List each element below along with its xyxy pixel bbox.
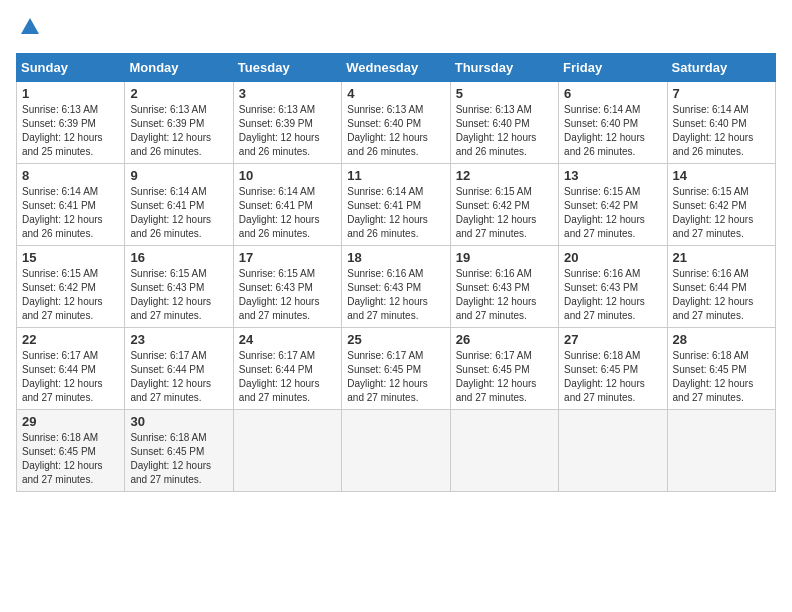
day-info: Sunrise: 6:16 AM Sunset: 6:43 PM Dayligh… xyxy=(564,267,661,323)
day-number: 7 xyxy=(673,86,770,101)
calendar-cell: 30 Sunrise: 6:18 AM Sunset: 6:45 PM Dayl… xyxy=(125,409,233,491)
day-info: Sunrise: 6:18 AM Sunset: 6:45 PM Dayligh… xyxy=(22,431,119,487)
calendar-week-1: 1 Sunrise: 6:13 AM Sunset: 6:39 PM Dayli… xyxy=(17,81,776,163)
calendar-cell: 7 Sunrise: 6:14 AM Sunset: 6:40 PM Dayli… xyxy=(667,81,775,163)
day-info: Sunrise: 6:15 AM Sunset: 6:42 PM Dayligh… xyxy=(564,185,661,241)
day-number: 1 xyxy=(22,86,119,101)
day-number: 12 xyxy=(456,168,553,183)
day-info: Sunrise: 6:14 AM Sunset: 6:41 PM Dayligh… xyxy=(239,185,336,241)
day-number: 2 xyxy=(130,86,227,101)
calendar-cell: 18 Sunrise: 6:16 AM Sunset: 6:43 PM Dayl… xyxy=(342,245,450,327)
day-number: 9 xyxy=(130,168,227,183)
calendar-cell: 6 Sunrise: 6:14 AM Sunset: 6:40 PM Dayli… xyxy=(559,81,667,163)
day-info: Sunrise: 6:15 AM Sunset: 6:42 PM Dayligh… xyxy=(673,185,770,241)
day-info: Sunrise: 6:17 AM Sunset: 6:44 PM Dayligh… xyxy=(239,349,336,405)
calendar-cell: 15 Sunrise: 6:15 AM Sunset: 6:42 PM Dayl… xyxy=(17,245,125,327)
calendar-cell: 29 Sunrise: 6:18 AM Sunset: 6:45 PM Dayl… xyxy=(17,409,125,491)
day-info: Sunrise: 6:14 AM Sunset: 6:40 PM Dayligh… xyxy=(564,103,661,159)
day-info: Sunrise: 6:17 AM Sunset: 6:45 PM Dayligh… xyxy=(456,349,553,405)
day-number: 19 xyxy=(456,250,553,265)
day-info: Sunrise: 6:14 AM Sunset: 6:40 PM Dayligh… xyxy=(673,103,770,159)
day-number: 24 xyxy=(239,332,336,347)
day-number: 14 xyxy=(673,168,770,183)
calendar-cell: 16 Sunrise: 6:15 AM Sunset: 6:43 PM Dayl… xyxy=(125,245,233,327)
day-info: Sunrise: 6:16 AM Sunset: 6:44 PM Dayligh… xyxy=(673,267,770,323)
day-number: 21 xyxy=(673,250,770,265)
svg-marker-0 xyxy=(21,18,39,34)
day-header-friday: Friday xyxy=(559,53,667,81)
calendar-cell: 22 Sunrise: 6:17 AM Sunset: 6:44 PM Dayl… xyxy=(17,327,125,409)
day-info: Sunrise: 6:15 AM Sunset: 6:42 PM Dayligh… xyxy=(22,267,119,323)
day-info: Sunrise: 6:16 AM Sunset: 6:43 PM Dayligh… xyxy=(456,267,553,323)
day-number: 18 xyxy=(347,250,444,265)
day-number: 3 xyxy=(239,86,336,101)
calendar-cell: 19 Sunrise: 6:16 AM Sunset: 6:43 PM Dayl… xyxy=(450,245,558,327)
day-info: Sunrise: 6:13 AM Sunset: 6:40 PM Dayligh… xyxy=(347,103,444,159)
day-info: Sunrise: 6:18 AM Sunset: 6:45 PM Dayligh… xyxy=(673,349,770,405)
calendar-cell: 23 Sunrise: 6:17 AM Sunset: 6:44 PM Dayl… xyxy=(125,327,233,409)
calendar-cell: 5 Sunrise: 6:13 AM Sunset: 6:40 PM Dayli… xyxy=(450,81,558,163)
calendar-header-row: SundayMondayTuesdayWednesdayThursdayFrid… xyxy=(17,53,776,81)
day-number: 13 xyxy=(564,168,661,183)
calendar-cell: 11 Sunrise: 6:14 AM Sunset: 6:41 PM Dayl… xyxy=(342,163,450,245)
day-number: 11 xyxy=(347,168,444,183)
calendar-cell xyxy=(667,409,775,491)
day-number: 29 xyxy=(22,414,119,429)
calendar-week-4: 22 Sunrise: 6:17 AM Sunset: 6:44 PM Dayl… xyxy=(17,327,776,409)
day-number: 10 xyxy=(239,168,336,183)
calendar-week-2: 8 Sunrise: 6:14 AM Sunset: 6:41 PM Dayli… xyxy=(17,163,776,245)
day-header-saturday: Saturday xyxy=(667,53,775,81)
calendar-cell: 8 Sunrise: 6:14 AM Sunset: 6:41 PM Dayli… xyxy=(17,163,125,245)
day-number: 16 xyxy=(130,250,227,265)
day-header-thursday: Thursday xyxy=(450,53,558,81)
calendar-cell xyxy=(450,409,558,491)
page-header xyxy=(16,16,776,43)
day-number: 30 xyxy=(130,414,227,429)
calendar-cell: 17 Sunrise: 6:15 AM Sunset: 6:43 PM Dayl… xyxy=(233,245,341,327)
calendar-cell: 12 Sunrise: 6:15 AM Sunset: 6:42 PM Dayl… xyxy=(450,163,558,245)
day-info: Sunrise: 6:13 AM Sunset: 6:39 PM Dayligh… xyxy=(239,103,336,159)
day-info: Sunrise: 6:14 AM Sunset: 6:41 PM Dayligh… xyxy=(347,185,444,241)
calendar-week-3: 15 Sunrise: 6:15 AM Sunset: 6:42 PM Dayl… xyxy=(17,245,776,327)
day-number: 4 xyxy=(347,86,444,101)
calendar-cell: 10 Sunrise: 6:14 AM Sunset: 6:41 PM Dayl… xyxy=(233,163,341,245)
calendar-table: SundayMondayTuesdayWednesdayThursdayFrid… xyxy=(16,53,776,492)
day-info: Sunrise: 6:18 AM Sunset: 6:45 PM Dayligh… xyxy=(130,431,227,487)
day-info: Sunrise: 6:13 AM Sunset: 6:39 PM Dayligh… xyxy=(130,103,227,159)
day-info: Sunrise: 6:13 AM Sunset: 6:39 PM Dayligh… xyxy=(22,103,119,159)
day-header-monday: Monday xyxy=(125,53,233,81)
day-info: Sunrise: 6:15 AM Sunset: 6:43 PM Dayligh… xyxy=(239,267,336,323)
calendar-cell: 3 Sunrise: 6:13 AM Sunset: 6:39 PM Dayli… xyxy=(233,81,341,163)
logo-icon xyxy=(19,16,41,38)
calendar-cell: 26 Sunrise: 6:17 AM Sunset: 6:45 PM Dayl… xyxy=(450,327,558,409)
calendar-cell: 4 Sunrise: 6:13 AM Sunset: 6:40 PM Dayli… xyxy=(342,81,450,163)
calendar-cell: 25 Sunrise: 6:17 AM Sunset: 6:45 PM Dayl… xyxy=(342,327,450,409)
day-number: 25 xyxy=(347,332,444,347)
calendar-cell: 1 Sunrise: 6:13 AM Sunset: 6:39 PM Dayli… xyxy=(17,81,125,163)
calendar-cell: 21 Sunrise: 6:16 AM Sunset: 6:44 PM Dayl… xyxy=(667,245,775,327)
day-number: 28 xyxy=(673,332,770,347)
day-info: Sunrise: 6:18 AM Sunset: 6:45 PM Dayligh… xyxy=(564,349,661,405)
calendar-cell: 13 Sunrise: 6:15 AM Sunset: 6:42 PM Dayl… xyxy=(559,163,667,245)
calendar-cell: 28 Sunrise: 6:18 AM Sunset: 6:45 PM Dayl… xyxy=(667,327,775,409)
calendar-cell xyxy=(342,409,450,491)
day-number: 26 xyxy=(456,332,553,347)
day-number: 27 xyxy=(564,332,661,347)
logo xyxy=(16,16,41,43)
calendar-cell: 20 Sunrise: 6:16 AM Sunset: 6:43 PM Dayl… xyxy=(559,245,667,327)
day-number: 6 xyxy=(564,86,661,101)
day-header-sunday: Sunday xyxy=(17,53,125,81)
day-header-tuesday: Tuesday xyxy=(233,53,341,81)
calendar-week-5: 29 Sunrise: 6:18 AM Sunset: 6:45 PM Dayl… xyxy=(17,409,776,491)
day-info: Sunrise: 6:13 AM Sunset: 6:40 PM Dayligh… xyxy=(456,103,553,159)
day-info: Sunrise: 6:17 AM Sunset: 6:45 PM Dayligh… xyxy=(347,349,444,405)
day-info: Sunrise: 6:14 AM Sunset: 6:41 PM Dayligh… xyxy=(130,185,227,241)
day-info: Sunrise: 6:17 AM Sunset: 6:44 PM Dayligh… xyxy=(130,349,227,405)
day-info: Sunrise: 6:17 AM Sunset: 6:44 PM Dayligh… xyxy=(22,349,119,405)
day-info: Sunrise: 6:15 AM Sunset: 6:42 PM Dayligh… xyxy=(456,185,553,241)
day-info: Sunrise: 6:14 AM Sunset: 6:41 PM Dayligh… xyxy=(22,185,119,241)
calendar-cell: 9 Sunrise: 6:14 AM Sunset: 6:41 PM Dayli… xyxy=(125,163,233,245)
day-info: Sunrise: 6:16 AM Sunset: 6:43 PM Dayligh… xyxy=(347,267,444,323)
day-number: 22 xyxy=(22,332,119,347)
day-number: 8 xyxy=(22,168,119,183)
